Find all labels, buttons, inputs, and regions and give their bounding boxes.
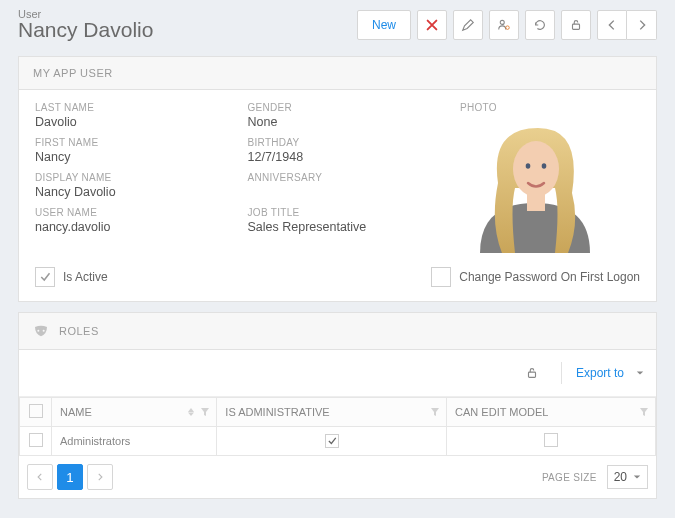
chevron-left-icon: [605, 18, 619, 32]
sort-icon: [186, 407, 196, 417]
next-record-button[interactable]: [627, 10, 657, 40]
value-first-name: Nancy: [35, 150, 238, 164]
user-panel: MY APP USER LAST NAME Davolio FIRST NAME…: [18, 56, 657, 302]
checkbox-icon: [431, 267, 451, 287]
label-last-name: LAST NAME: [35, 102, 238, 113]
label-anniversary: ANNIVERSARY: [248, 172, 451, 183]
permissions-button[interactable]: [489, 10, 519, 40]
column-select-all[interactable]: [20, 398, 52, 427]
svg-rect-7: [528, 372, 535, 377]
svg-point-4: [526, 163, 531, 169]
cell-can-edit: [447, 427, 656, 456]
value-birthday: 12/7/1948: [248, 150, 451, 164]
person-gear-icon: [497, 18, 511, 32]
column-name[interactable]: NAME: [52, 398, 217, 427]
page-size-label: PAGE SIZE: [542, 472, 597, 483]
pager: 1 PAGE SIZE 20: [19, 456, 656, 498]
user-panel-header: MY APP USER: [19, 57, 656, 90]
value-anniversary: [248, 185, 451, 199]
cell-name: Administrators: [52, 427, 217, 456]
page-size-value: 20: [614, 470, 627, 484]
value-last-name: Davolio: [35, 115, 238, 129]
label-photo: PHOTO: [460, 102, 640, 113]
refresh-icon: [533, 18, 547, 32]
prev-record-button[interactable]: [597, 10, 627, 40]
change-password-label: Change Password On First Logon: [459, 270, 640, 284]
roles-panel: ROLES Export to NAME IS ADM: [18, 312, 657, 499]
column-can-edit[interactable]: CAN EDIT MODEL: [447, 398, 656, 427]
value-job-title: Sales Representative: [248, 220, 451, 234]
chevron-right-icon: [635, 18, 649, 32]
column-name-label: NAME: [60, 406, 92, 418]
close-icon: [425, 18, 439, 32]
change-password-checkbox[interactable]: Change Password On First Logon: [431, 267, 640, 287]
value-gender: None: [248, 115, 451, 129]
label-gender: GENDER: [248, 102, 451, 113]
user-photo: [460, 113, 610, 253]
lock-open-icon: [525, 366, 539, 380]
edit-button[interactable]: [453, 10, 483, 40]
header-title: Nancy Davolio: [18, 18, 351, 42]
is-active-checkbox[interactable]: Is Active: [35, 267, 108, 287]
pager-next-button[interactable]: [87, 464, 113, 490]
column-can-edit-label: CAN EDIT MODEL: [455, 406, 548, 418]
new-button[interactable]: New: [357, 10, 411, 40]
caret-down-icon: [636, 369, 644, 377]
label-display-name: DISPLAY NAME: [35, 172, 238, 183]
page-size-select[interactable]: 20: [607, 465, 648, 489]
page-header: User Nancy Davolio: [18, 8, 351, 42]
svg-point-0: [500, 20, 504, 24]
caret-down-icon: [633, 473, 641, 481]
user-panel-title: MY APP USER: [33, 67, 113, 79]
svg-rect-2: [573, 24, 580, 29]
column-is-admin[interactable]: IS ADMINISTRATIVE: [217, 398, 447, 427]
check-icon: [327, 436, 337, 446]
value-display-name: Nancy Davolio: [35, 185, 238, 199]
svg-point-1: [506, 26, 510, 30]
lock-button[interactable]: [561, 10, 591, 40]
chevron-right-icon: [95, 472, 105, 482]
value-user-name: nancy.davolio: [35, 220, 238, 234]
separator: [561, 362, 562, 384]
filter-icon: [430, 407, 440, 417]
svg-rect-6: [527, 193, 545, 211]
cell-is-admin: [217, 427, 447, 456]
filter-icon: [200, 407, 210, 417]
svg-point-3: [513, 141, 559, 197]
checkbox-icon: [35, 267, 55, 287]
column-is-admin-label: IS ADMINISTRATIVE: [225, 406, 329, 418]
is-active-label: Is Active: [63, 270, 108, 284]
refresh-button[interactable]: [525, 10, 555, 40]
lock-open-icon: [569, 18, 583, 32]
avatar-illustration: [460, 113, 610, 253]
roles-panel-header: ROLES: [19, 313, 656, 350]
pager-page-1[interactable]: 1: [57, 464, 83, 490]
pencil-icon: [461, 18, 475, 32]
export-dropdown[interactable]: Export to: [576, 366, 644, 380]
pager-prev-button[interactable]: [27, 464, 53, 490]
label-first-name: FIRST NAME: [35, 137, 238, 148]
roles-icon: [33, 323, 49, 339]
row-checkbox[interactable]: [29, 433, 43, 447]
roles-table: NAME IS ADMINISTRATIVE CAN EDIT MODEL: [19, 397, 656, 456]
roles-panel-title: ROLES: [59, 325, 99, 337]
label-birthday: BIRTHDAY: [248, 137, 451, 148]
delete-button[interactable]: [417, 10, 447, 40]
export-label: Export to: [576, 366, 624, 380]
roles-lock-button[interactable]: [517, 358, 547, 388]
svg-point-5: [542, 163, 547, 169]
filter-icon: [639, 407, 649, 417]
chevron-left-icon: [35, 472, 45, 482]
label-job-title: JOB TITLE: [248, 207, 451, 218]
table-row[interactable]: Administrators: [20, 427, 656, 456]
label-user-name: USER NAME: [35, 207, 238, 218]
